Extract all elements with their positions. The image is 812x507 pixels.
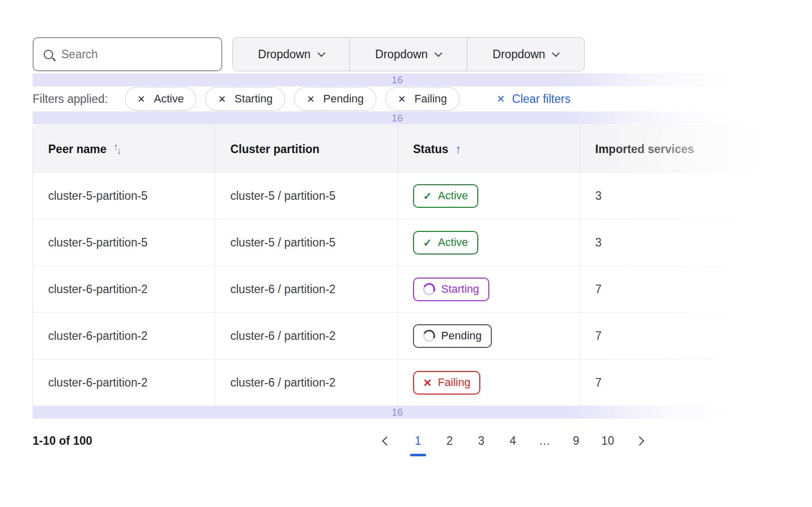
- remove-filter-icon[interactable]: ✕: [218, 94, 226, 104]
- remove-filter-icon[interactable]: ✕: [138, 94, 146, 104]
- spacing-marker-16: 16: [33, 406, 762, 419]
- chevron-right-icon: [635, 436, 644, 445]
- cell-peer-name: cluster-6-partition-2: [33, 266, 215, 312]
- column-header-peer-name[interactable]: Peer name ↑ ↓: [33, 126, 215, 172]
- cell-imported-services: 3: [580, 219, 761, 266]
- page-button-2[interactable]: 2: [439, 430, 461, 452]
- next-page-button[interactable]: [628, 430, 650, 452]
- cell-status: ✓ Active: [398, 173, 580, 219]
- cell-imported-services: 7: [580, 359, 761, 406]
- search-placeholder: Search: [61, 48, 98, 61]
- sort-ascending-icon[interactable]: ↑: [455, 142, 461, 156]
- page-button-3[interactable]: 3: [470, 430, 492, 452]
- status-badge-active: ✓ Active: [413, 231, 478, 255]
- dropdown-1-label: Dropdown: [258, 48, 311, 61]
- search-input[interactable]: Search: [33, 37, 222, 71]
- table-row[interactable]: cluster-6-partition-2 cluster-6 / partit…: [33, 266, 761, 312]
- status-badge-active: ✓ Active: [413, 184, 478, 208]
- dropdown-3-label: Dropdown: [493, 48, 546, 61]
- dropdown-1[interactable]: Dropdown: [232, 37, 350, 71]
- remove-filter-icon[interactable]: ✕: [398, 94, 406, 104]
- cell-cluster-partition: cluster-6 / partition-2: [215, 266, 398, 312]
- cell-status: Starting: [398, 266, 580, 312]
- filters-applied-label: Filters applied:: [33, 92, 108, 106]
- cell-imported-services: 3: [580, 173, 761, 219]
- spacing-marker-16: 16: [33, 73, 762, 86]
- cell-imported-services: 7: [580, 313, 761, 359]
- cell-cluster-partition: cluster-5 / partition-5: [215, 173, 398, 219]
- table-row[interactable]: cluster-5-partition-5 cluster-5 / partit…: [33, 172, 761, 219]
- chevron-down-icon: [318, 49, 326, 57]
- search-icon: [44, 50, 53, 59]
- check-icon: ✓: [423, 237, 432, 248]
- filter-chip-active[interactable]: ✕ Active: [125, 87, 197, 111]
- pagination: 1 2 3 4 … 9 10: [375, 430, 650, 452]
- page-button-4[interactable]: 4: [502, 430, 524, 452]
- cell-status: Pending: [398, 313, 580, 359]
- spinner-icon: [422, 328, 437, 344]
- spacing-marker-16: 16: [33, 111, 762, 124]
- column-header-imported-services[interactable]: Imported services: [580, 126, 761, 172]
- peers-table: Peer name ↑ ↓ Cluster partition Status ↑…: [33, 125, 762, 406]
- chevron-down-icon: [435, 49, 443, 57]
- pagination-summary: 1-10 of 100: [33, 430, 92, 452]
- spinner-icon: [422, 282, 437, 297]
- previous-page-button[interactable]: [375, 430, 397, 452]
- chevron-down-icon: [552, 49, 560, 57]
- cell-cluster-partition: cluster-6 / partition-2: [215, 313, 398, 359]
- cell-cluster-partition: cluster-5 / partition-5: [215, 219, 398, 266]
- column-header-cluster-partition[interactable]: Cluster partition: [215, 126, 398, 172]
- dropdown-3[interactable]: Dropdown: [467, 37, 585, 71]
- cell-status: ✕ Failing: [398, 359, 580, 406]
- sort-both-icon[interactable]: ↑ ↓: [113, 144, 121, 155]
- filter-chip-failing[interactable]: ✕ Failing: [385, 87, 460, 111]
- remove-filter-icon[interactable]: ✕: [307, 94, 315, 104]
- page-button-10[interactable]: 10: [597, 430, 619, 452]
- page: Search Dropdown Dropdown Dropdown 16 16 …: [0, 0, 812, 507]
- dropdown-group: Dropdown Dropdown Dropdown: [232, 37, 585, 71]
- check-icon: ✓: [423, 191, 432, 201]
- table-row[interactable]: cluster-5-partition-5 cluster-5 / partit…: [33, 219, 761, 266]
- x-icon: ✕: [423, 377, 432, 388]
- status-badge-pending: Pending: [413, 324, 492, 348]
- dropdown-2[interactable]: Dropdown: [350, 37, 467, 71]
- page-button-9[interactable]: 9: [565, 430, 587, 452]
- cell-peer-name: cluster-6-partition-2: [33, 313, 215, 359]
- cell-imported-services: 7: [580, 266, 761, 312]
- cell-cluster-partition: cluster-6 / partition-2: [215, 359, 398, 406]
- status-badge-failing: ✕ Failing: [413, 371, 480, 395]
- filter-chip-starting[interactable]: ✕ Starting: [205, 87, 285, 111]
- dropdown-2-label: Dropdown: [375, 48, 428, 61]
- clear-filters-button[interactable]: ✕ Clear filters: [497, 92, 571, 106]
- status-badge-starting: Starting: [413, 278, 489, 301]
- cell-status: ✓ Active: [398, 219, 580, 266]
- filters-bar: Filters applied: ✕ Active ✕ Starting ✕ P…: [33, 87, 571, 111]
- table-row[interactable]: cluster-6-partition-2 cluster-6 / partit…: [33, 359, 761, 406]
- table-header-row: Peer name ↑ ↓ Cluster partition Status ↑…: [33, 126, 761, 172]
- table-row[interactable]: cluster-6-partition-2 cluster-6 / partit…: [33, 312, 761, 359]
- cell-peer-name: cluster-6-partition-2: [33, 359, 215, 406]
- page-button-1[interactable]: 1: [407, 430, 429, 452]
- chevron-left-icon: [382, 436, 391, 445]
- column-header-status[interactable]: Status ↑: [398, 126, 580, 172]
- clear-icon: ✕: [497, 94, 505, 104]
- cell-peer-name: cluster-5-partition-5: [33, 219, 215, 266]
- page-ellipsis: …: [533, 430, 556, 452]
- filter-chip-pending[interactable]: ✕ Pending: [294, 87, 376, 111]
- cell-peer-name: cluster-5-partition-5: [33, 173, 215, 219]
